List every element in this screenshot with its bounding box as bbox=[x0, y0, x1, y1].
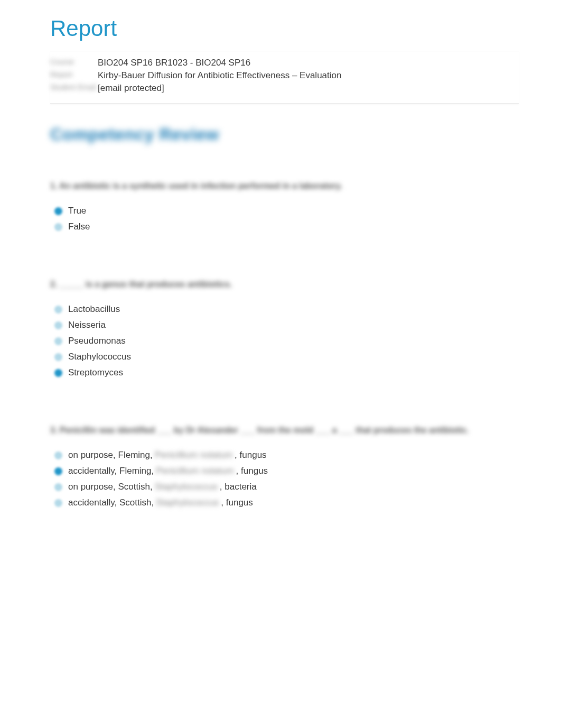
option-row[interactable]: Pseudomonas bbox=[54, 336, 519, 346]
course-value: BIO204 SP16 BR1023 - BIO204 SP16 bbox=[98, 58, 250, 68]
option-label: True bbox=[68, 206, 86, 216]
option-label: on purpose, Fleming, Penicillium notatum… bbox=[68, 450, 267, 460]
option-label: Staphylococcus bbox=[68, 352, 131, 362]
option-label: Lactobacillus bbox=[68, 304, 120, 315]
header-info-block: Course BIO204 SP16 BR1023 - BIO204 SP16 … bbox=[50, 51, 519, 104]
question-block-1: 1. An antibiotic is a synthetic used in … bbox=[50, 181, 519, 232]
info-label: Report bbox=[50, 70, 98, 81]
option-label: on purpose, Scottish, Staphylococcus , b… bbox=[68, 482, 257, 492]
options-list: True False bbox=[50, 206, 519, 232]
question-prompt: 3. Penicillin was identified ___ by Dr A… bbox=[50, 426, 519, 435]
radio-icon bbox=[54, 467, 62, 475]
question-prompt: 2. _____ is a genus that produces antibi… bbox=[50, 280, 519, 289]
option-part: , bacteria bbox=[220, 482, 257, 492]
info-row-report: Report Kirby-Bauer Diffusion for Antibio… bbox=[50, 70, 519, 81]
email-value: [email protected] bbox=[98, 83, 164, 94]
option-blurred-part: Staphylococcus bbox=[156, 497, 219, 508]
option-row[interactable]: on purpose, Fleming, Penicillium notatum… bbox=[54, 450, 519, 460]
info-label: Course bbox=[50, 58, 98, 68]
option-blurred-part: Penicillium notatum bbox=[156, 466, 233, 476]
options-list: Lactobacillus Neisseria Pseudomonas Stap… bbox=[50, 304, 519, 378]
option-label: accidentally, Scottish, Staphylococcus ,… bbox=[68, 497, 253, 508]
option-row[interactable]: accidentally, Scottish, Staphylococcus ,… bbox=[54, 497, 519, 508]
option-blurred-part: Penicillium notatum bbox=[155, 450, 232, 460]
option-row[interactable]: Lactobacillus bbox=[54, 304, 519, 315]
radio-icon bbox=[54, 483, 62, 491]
options-list: on purpose, Fleming, Penicillium notatum… bbox=[50, 450, 519, 508]
question-prompt: 1. An antibiotic is a synthetic used in … bbox=[50, 181, 519, 191]
report-value: Kirby-Bauer Diffusion for Antibiotic Eff… bbox=[98, 70, 341, 81]
question-block-2: 2. _____ is a genus that produces antibi… bbox=[50, 280, 519, 378]
option-part: on purpose, Fleming, bbox=[68, 450, 153, 460]
option-row[interactable]: False bbox=[54, 222, 519, 232]
radio-icon bbox=[54, 207, 62, 215]
info-label: Student Email bbox=[50, 83, 98, 94]
radio-icon bbox=[54, 369, 62, 377]
option-part: , fungus bbox=[221, 497, 253, 508]
option-label: Neisseria bbox=[68, 320, 106, 330]
radio-icon bbox=[54, 353, 62, 361]
option-row[interactable]: Staphylococcus bbox=[54, 352, 519, 362]
radio-icon bbox=[54, 321, 62, 329]
option-row[interactable]: Neisseria bbox=[54, 320, 519, 330]
option-row[interactable]: True bbox=[54, 206, 519, 216]
option-part: on purpose, Scottish, bbox=[68, 482, 153, 492]
option-part: accidentally, Fleming, bbox=[68, 466, 154, 476]
info-row-course: Course BIO204 SP16 BR1023 - BIO204 SP16 bbox=[50, 58, 519, 68]
radio-icon bbox=[54, 306, 62, 314]
info-row-email: Student Email [email protected] bbox=[50, 83, 519, 94]
page-title: Report bbox=[50, 16, 519, 41]
option-row[interactable]: accidentally, Fleming, Penicillium notat… bbox=[54, 466, 519, 476]
radio-icon bbox=[54, 499, 62, 507]
question-block-3: 3. Penicillin was identified ___ by Dr A… bbox=[50, 426, 519, 508]
section-title: Competency Review bbox=[50, 125, 519, 144]
option-label: Pseudomonas bbox=[68, 336, 126, 346]
radio-icon bbox=[54, 337, 62, 345]
option-row[interactable]: on purpose, Scottish, Staphylococcus , b… bbox=[54, 482, 519, 492]
radio-icon bbox=[54, 451, 62, 459]
option-row[interactable]: Streptomyces bbox=[54, 367, 519, 378]
option-part: accidentally, Scottish, bbox=[68, 497, 154, 508]
option-part: , fungus bbox=[236, 466, 268, 476]
radio-icon bbox=[54, 223, 62, 231]
option-label: Streptomyces bbox=[68, 367, 123, 378]
option-label: False bbox=[68, 222, 90, 232]
option-blurred-part: Staphylococcus bbox=[155, 482, 218, 492]
option-part: , fungus bbox=[235, 450, 267, 460]
option-label: accidentally, Fleming, Penicillium notat… bbox=[68, 466, 268, 476]
